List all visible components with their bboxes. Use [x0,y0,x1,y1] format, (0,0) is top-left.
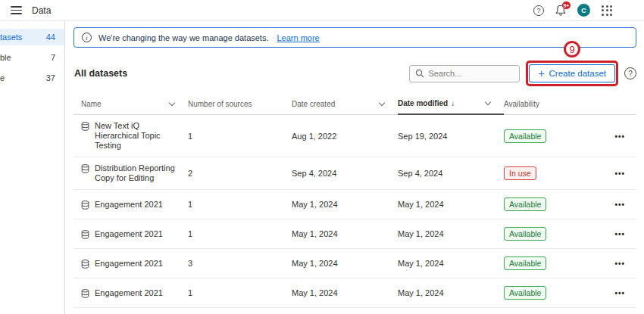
database-icon [81,230,89,239]
row-actions-button[interactable]: ••• [614,169,625,178]
cell-availability: Available [504,123,577,149]
cell-sources: 3 [188,253,292,274]
column-header-name[interactable]: Name [81,95,188,114]
database-icon [81,289,89,298]
cell-availability: Available [504,280,577,306]
dataset-name: Engagement 2021 [95,229,163,239]
cell-availability: In use [504,160,577,186]
sidebar-item-count: 7 [51,53,55,62]
table-row[interactable]: Engagement 2021 1 May 1, 2024 May 1, 202… [73,190,636,219]
table-row[interactable]: Engagement 2021 3 May 1, 2024 May 1, 202… [73,249,636,278]
sidebar-item-label: e [0,73,5,82]
column-header-availability[interactable]: Availability [504,95,577,114]
column-header-actions [577,104,636,114]
cell-modified: Sep 4, 2024 [398,163,504,184]
sort-desc-icon: ↓ [451,99,455,107]
sidebar-item-label: tasets [0,33,22,42]
database-icon [81,260,89,269]
chevron-down-icon [379,100,385,106]
cell-sources: 1 [188,282,292,303]
name-cell: Distribution Reporting Copy for Editing [81,157,188,189]
column-header-date-created[interactable]: Date created [292,95,398,114]
table-row[interactable]: SAT Dash 4 Sep 15, 2021 Apr 25, 2024 In … [73,308,636,314]
sidebar-item-count: 37 [46,73,55,82]
create-dataset-annotated: 9 + Create dataset [529,64,615,82]
cell-created: May 1, 2024 [292,253,398,274]
cell-availability: Available [504,250,577,276]
cell-sources: 1 [188,194,292,215]
cell-availability: Available [504,191,577,217]
sidebar-item-count: 44 [46,33,55,42]
notifications-button[interactable]: 9+ [555,5,566,16]
sidebar: tasets 44 ble 7 e 37 [0,21,65,314]
name-cell: Engagement 2021 [81,223,188,245]
topbar: Data ? 9+ C [0,0,644,21]
menu-icon[interactable] [11,6,22,14]
cell-modified: Sep 19, 2024 [398,126,504,147]
section-title: All datasets [74,68,127,79]
sidebar-item-available[interactable]: ble 7 [0,49,64,66]
table-help-icon[interactable]: ? [624,67,636,79]
row-actions-button[interactable]: ••• [614,132,625,141]
name-cell: Engagement 2021 [81,194,188,216]
column-header-sources[interactable]: Number of sources [188,95,292,114]
app-switcher-icon[interactable] [602,5,612,16]
banner-message: We're changing the way we manage dataset… [98,33,268,42]
row-actions-button[interactable]: ••• [614,201,625,209]
create-dataset-button[interactable]: + Create dataset [529,64,615,82]
page-title: Data [32,5,51,16]
cell-modified: May 1, 2024 [398,282,504,303]
sidebar-item-label: ble [0,53,11,62]
create-dataset-label: Create dataset [549,69,606,78]
help-icon[interactable]: ? [533,5,544,16]
dataset-name: Engagement 2021 [95,200,163,210]
annotation-step-badge: 9 [564,41,580,58]
cell-modified: May 1, 2024 [398,253,504,274]
cell-created: May 1, 2024 [292,223,398,244]
cell-sources: 1 [188,223,292,244]
chevron-down-icon [485,99,491,105]
cell-created: May 1, 2024 [292,194,398,215]
table-row[interactable]: Engagement 2021 1 May 1, 2024 May 1, 202… [73,219,636,249]
plus-icon: + [538,68,544,79]
name-cell: SAT Dash [81,312,188,314]
cell-actions: ••• [577,194,636,215]
name-cell: New Text iQ Hierarchical Topic Testing [81,115,188,157]
search-icon [415,69,424,78]
database-icon [81,164,89,173]
cell-actions: ••• [577,126,636,147]
search-input[interactable] [428,69,511,78]
status-badge: Available [504,197,546,211]
cell-created: Sep 4, 2024 [292,163,398,184]
table-header-row: Name Number of sources Date created Date… [73,95,636,115]
name-cell: Engagement 2021 [81,253,188,275]
cell-sources: 1 [188,126,292,147]
sidebar-item-in-use[interactable]: e 37 [0,70,64,86]
chevron-down-icon [169,100,175,106]
table-row[interactable]: Engagement 2021 1 May 1, 2024 May 1, 202… [73,278,636,308]
learn-more-link[interactable]: Learn more [277,33,319,42]
table-row[interactable]: Distribution Reporting Copy for Editing … [73,157,636,190]
row-actions-button[interactable]: ••• [614,289,625,297]
datasets-table: Name Number of sources Date created Date… [73,95,636,314]
sidebar-item-all-datasets[interactable]: tasets 44 [0,29,64,45]
table-body: New Text iQ Hierarchical Topic Testing 1… [73,115,636,314]
cell-availability: In use [504,309,577,314]
dataset-name: Engagement 2021 [95,288,163,298]
dataset-name: Engagement 2021 [95,259,163,269]
database-icon [81,201,89,210]
main-content: i We're changing the way we manage datas… [66,21,644,314]
status-badge: Available [504,227,546,241]
avatar[interactable]: C [577,4,590,17]
status-badge: Available [504,256,546,270]
row-actions-button[interactable]: ••• [614,260,625,268]
cell-availability: Available [504,221,577,247]
search-box[interactable] [409,65,520,82]
table-row[interactable]: New Text iQ Hierarchical Topic Testing 1… [73,115,636,157]
notification-badge: 9+ [562,2,571,9]
column-header-date-modified[interactable]: Date modified ↓ [398,95,504,115]
cell-actions: ••• [577,282,636,303]
cell-modified: May 1, 2024 [398,223,504,244]
status-badge: Available [504,129,546,143]
row-actions-button[interactable]: ••• [614,230,625,238]
